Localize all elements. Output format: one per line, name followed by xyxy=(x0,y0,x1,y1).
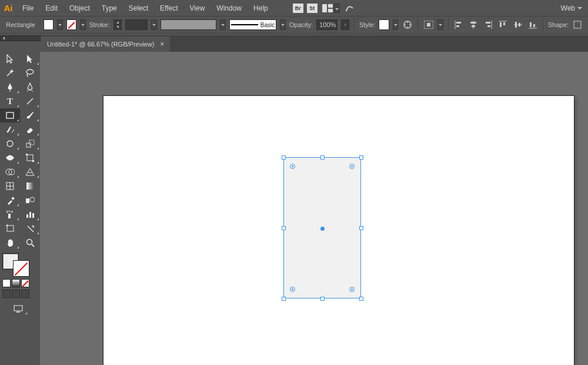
tools-panel-grip[interactable] xyxy=(8,35,41,41)
none-mode-button[interactable] xyxy=(21,279,29,287)
variable-width-profile[interactable] xyxy=(161,19,217,30)
document-tab-title: Untitled-1* @ 66.67% (RGB/Preview) xyxy=(47,41,154,48)
paintbrush-tool[interactable] xyxy=(20,108,40,122)
document-tab[interactable]: Untitled-1* @ 66.67% (RGB/Preview) × xyxy=(41,36,170,52)
selection-tool[interactable] xyxy=(0,52,20,66)
resize-handle-nw[interactable] xyxy=(282,155,286,160)
shaper-tool[interactable] xyxy=(0,122,20,137)
menu-effect[interactable]: Effect xyxy=(154,0,183,16)
lasso-tool[interactable] xyxy=(20,66,40,80)
fill-stroke-swatches[interactable] xyxy=(2,253,29,277)
draw-behind-button[interactable] xyxy=(12,290,20,298)
shape-properties-icon[interactable] xyxy=(572,19,583,31)
menu-edit[interactable]: Edit xyxy=(39,0,64,16)
stroke-swatch[interactable] xyxy=(66,19,76,30)
hand-tool[interactable] xyxy=(0,235,20,250)
free-transform-tool[interactable] xyxy=(20,151,40,165)
fill-swatch[interactable] xyxy=(44,19,54,30)
close-tab-icon[interactable]: × xyxy=(160,40,164,48)
align-vcenter-icon[interactable] xyxy=(512,19,523,31)
magic-wand-tool[interactable] xyxy=(0,66,20,80)
align-to-artboard-icon[interactable] xyxy=(423,19,434,31)
zoom-tool[interactable] xyxy=(20,235,40,250)
menu-view[interactable]: View xyxy=(184,0,211,16)
collapse-panels-button[interactable] xyxy=(0,35,8,41)
arrange-documents-icon[interactable] xyxy=(321,2,334,15)
resize-handle-ne[interactable] xyxy=(359,155,363,160)
stroke-color-swatch[interactable] xyxy=(13,260,29,277)
canvas-area[interactable] xyxy=(40,52,588,365)
eyedropper-tool[interactable] xyxy=(0,193,20,207)
width-tool[interactable] xyxy=(0,151,20,165)
resize-handle-w[interactable] xyxy=(282,226,286,230)
brush-definition[interactable]: Basic xyxy=(229,19,276,30)
menu-object[interactable]: Object xyxy=(64,0,96,16)
brush-definition-dropdown[interactable] xyxy=(280,19,286,30)
resize-handle-se[interactable] xyxy=(359,297,363,301)
symbol-sprayer-tool[interactable] xyxy=(0,207,20,221)
stroke-weight-dropdown[interactable] xyxy=(151,19,157,30)
align-hcenter-icon[interactable] xyxy=(468,19,479,31)
opacity-popup[interactable]: › xyxy=(341,19,349,30)
stroke-swatch-dropdown[interactable] xyxy=(80,19,86,30)
rotate-tool[interactable] xyxy=(0,137,20,151)
svg-rect-34 xyxy=(6,112,14,118)
menu-select[interactable]: Select xyxy=(123,0,154,16)
live-corner-widget[interactable] xyxy=(290,287,295,292)
draw-normal-button[interactable] xyxy=(2,290,11,298)
live-corner-widget[interactable] xyxy=(349,164,355,169)
gradient-mode-button[interactable] xyxy=(12,279,20,287)
align-to-dropdown[interactable] xyxy=(437,19,443,30)
graphic-style-dropdown[interactable] xyxy=(393,19,399,30)
gradient-tool[interactable] xyxy=(20,179,40,193)
artboard[interactable] xyxy=(103,96,574,365)
workspace-switcher[interactable]: Web xyxy=(561,4,582,12)
blend-tool[interactable] xyxy=(20,193,40,207)
resize-handle-sw[interactable] xyxy=(282,297,286,301)
selected-rectangle[interactable] xyxy=(283,157,361,298)
resize-handle-s[interactable] xyxy=(320,297,325,301)
live-corner-widget[interactable] xyxy=(349,287,355,292)
menu-file[interactable]: File xyxy=(16,0,39,16)
stroke-weight-stepper[interactable] xyxy=(113,19,122,30)
recolor-artwork-icon[interactable] xyxy=(402,19,413,31)
mesh-tool[interactable] xyxy=(0,179,20,193)
align-left-icon[interactable] xyxy=(453,19,465,31)
live-corner-widget[interactable] xyxy=(290,164,295,169)
shape-label: Shape: xyxy=(548,21,569,28)
fill-swatch-dropdown[interactable] xyxy=(57,19,63,30)
color-mode-button[interactable] xyxy=(2,279,11,287)
resize-handle-n[interactable] xyxy=(320,155,325,160)
stroke-weight-field[interactable] xyxy=(125,19,148,30)
opacity-field[interactable]: 100% xyxy=(316,19,338,30)
menu-type[interactable]: Type xyxy=(96,0,123,16)
variable-width-dropdown[interactable] xyxy=(220,19,226,30)
curvature-tool[interactable] xyxy=(20,80,40,94)
slice-tool[interactable] xyxy=(20,221,40,235)
direct-selection-tool[interactable] xyxy=(20,52,40,66)
type-tool[interactable]: T xyxy=(0,94,20,108)
draw-inside-button[interactable] xyxy=(21,290,29,298)
pen-tool[interactable] xyxy=(0,80,20,94)
column-graph-tool[interactable] xyxy=(20,207,40,221)
arrange-documents-dropdown[interactable] xyxy=(334,4,340,13)
stock-icon[interactable]: St xyxy=(305,2,318,15)
align-top-icon[interactable] xyxy=(497,19,509,31)
bridge-icon[interactable]: Br xyxy=(292,2,305,15)
eraser-tool[interactable] xyxy=(20,122,40,137)
screen-mode-button[interactable] xyxy=(8,301,28,316)
rectangle-tool[interactable] xyxy=(0,108,20,122)
gpu-preview-icon[interactable] xyxy=(343,2,356,15)
menu-help[interactable]: Help xyxy=(248,0,274,16)
line-segment-tool[interactable] xyxy=(20,94,40,108)
graphic-style-swatch[interactable] xyxy=(379,19,389,30)
perspective-grid-tool[interactable] xyxy=(20,165,40,179)
scale-tool[interactable] xyxy=(20,137,40,151)
align-right-icon[interactable] xyxy=(483,19,494,31)
artboard-tool[interactable] xyxy=(0,221,20,235)
center-point[interactable] xyxy=(320,227,325,231)
shape-builder-tool[interactable] xyxy=(0,165,20,179)
menu-window[interactable]: Window xyxy=(211,0,248,16)
align-bottom-icon[interactable] xyxy=(527,19,538,31)
resize-handle-e[interactable] xyxy=(359,226,363,230)
